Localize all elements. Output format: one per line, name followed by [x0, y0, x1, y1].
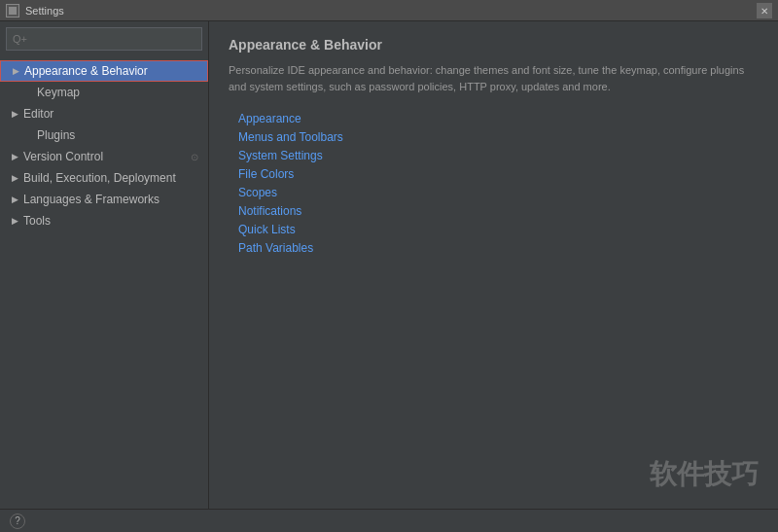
- app-icon: [6, 4, 19, 18]
- window-title: Settings: [25, 5, 64, 17]
- link-file-colors[interactable]: File Colors: [238, 167, 759, 181]
- content-description: Personalize IDE appearance and behavior:…: [229, 62, 759, 94]
- sidebar-item-label: Languages & Frameworks: [23, 193, 159, 206]
- sidebar-item-version-control[interactable]: Version Control ⊙: [0, 146, 208, 167]
- link-quick-lists[interactable]: Quick Lists: [238, 223, 759, 236]
- svg-rect-1: [9, 7, 17, 15]
- sidebar-nav: Appearance & Behavior Keymap Editor Plug…: [0, 56, 208, 509]
- sidebar-item-appearance-behavior[interactable]: Appearance & Behavior: [0, 60, 208, 82]
- link-menus-toolbars[interactable]: Menus and Toolbars: [238, 130, 759, 144]
- sidebar-item-keymap[interactable]: Keymap: [0, 82, 208, 103]
- sidebar-item-label: Editor: [23, 107, 53, 121]
- sidebar-item-label: Appearance & Behavior: [24, 64, 148, 78]
- search-box[interactable]: [6, 27, 202, 51]
- expand-arrow-icon: [10, 109, 19, 119]
- expand-arrow-icon: [10, 216, 19, 226]
- sidebar: Appearance & Behavior Keymap Editor Plug…: [0, 21, 209, 509]
- title-bar: Settings ✕: [0, 0, 778, 21]
- version-control-badge: ⊙: [191, 152, 198, 162]
- sidebar-item-label: Tools: [23, 214, 51, 228]
- expand-arrow-icon: [10, 195, 19, 204]
- link-scopes[interactable]: Scopes: [238, 186, 759, 199]
- content-area: Appearance & Behavior Personalize IDE ap…: [209, 21, 778, 509]
- content-links: Appearance Menus and Toolbars System Set…: [229, 112, 759, 255]
- no-arrow-spacer: [23, 88, 33, 97]
- help-icon[interactable]: ?: [10, 514, 25, 529]
- link-path-variables[interactable]: Path Variables: [238, 241, 759, 255]
- search-input[interactable]: [13, 33, 195, 45]
- sidebar-item-editor[interactable]: Editor: [0, 103, 208, 124]
- link-system-settings[interactable]: System Settings: [238, 149, 759, 162]
- link-notifications[interactable]: Notifications: [238, 204, 759, 218]
- main-container: Appearance & Behavior Keymap Editor Plug…: [0, 21, 778, 509]
- expand-arrow-icon: [10, 152, 19, 161]
- expand-arrow-icon: [11, 66, 20, 76]
- sidebar-item-plugins[interactable]: Plugins: [0, 124, 208, 146]
- sidebar-item-label: Keymap: [37, 86, 80, 99]
- sidebar-item-languages-frameworks[interactable]: Languages & Frameworks: [0, 189, 208, 210]
- sidebar-item-label: Plugins: [37, 128, 75, 142]
- link-appearance[interactable]: Appearance: [238, 112, 759, 125]
- close-button[interactable]: ✕: [757, 3, 772, 18]
- sidebar-item-label: Version Control: [23, 150, 103, 163]
- sidebar-item-tools[interactable]: Tools: [0, 210, 208, 231]
- bottom-bar: ?: [0, 509, 778, 532]
- sidebar-item-build-execution[interactable]: Build, Execution, Deployment: [0, 167, 208, 189]
- sidebar-item-label: Build, Execution, Deployment: [23, 171, 176, 185]
- expand-arrow-icon: [10, 173, 19, 183]
- content-title: Appearance & Behavior: [229, 37, 759, 53]
- no-arrow-spacer: [23, 130, 33, 140]
